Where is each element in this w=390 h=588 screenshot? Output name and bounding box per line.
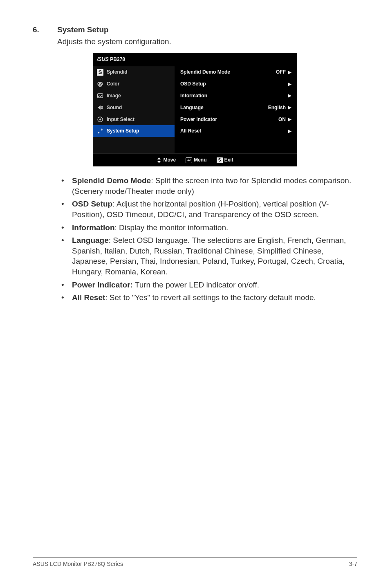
footer-right: 3-7 xyxy=(349,560,357,568)
list-item: Power Indicator: Turn the power LED indi… xyxy=(57,280,353,290)
bullet-term: All Reset xyxy=(72,293,105,302)
osd-row-label: Information xyxy=(180,92,207,99)
osd-hint-move: Move xyxy=(157,157,176,164)
updown-icon xyxy=(157,157,161,164)
body-bullet-list: Splendid Demo Mode: Split the screen int… xyxy=(57,175,353,303)
osd-menu: /SUS PB278 S Splendid Color xyxy=(93,53,297,166)
chevron-right-icon: ▶ xyxy=(288,117,291,122)
osd-row-splendid-demo[interactable]: Splendid Demo Mode OFF▶ xyxy=(175,66,297,78)
list-item: OSD Setup: Adjust the horizontal positio… xyxy=(57,199,353,220)
osd-hint-exit: S Exit xyxy=(217,157,233,164)
bullet-term: Splendid Demo Mode xyxy=(72,176,151,185)
osd-row-value: ON xyxy=(278,116,286,123)
sidebar-item-label: System Setup xyxy=(107,128,139,135)
osd-row-label: Power Indicator xyxy=(180,116,217,123)
osd-row-label: Language xyxy=(180,104,204,111)
sidebar-item-label: Image xyxy=(107,92,121,99)
chevron-right-icon: ▶ xyxy=(288,81,291,87)
bullet-term: Power Indicator: xyxy=(72,281,133,289)
chevron-right-icon: ▶ xyxy=(288,70,291,75)
bullet-text: Turn the power LED indicator on/off. xyxy=(133,281,259,289)
osd-row-label: Splendid Demo Mode xyxy=(180,69,230,76)
section-number: 6. xyxy=(33,25,57,36)
chevron-right-icon: ▶ xyxy=(288,105,291,110)
list-item: All Reset: Set to "Yes" to revert all se… xyxy=(57,292,353,303)
section-heading: 6. System Setup xyxy=(33,25,357,36)
osd-row-power-indicator[interactable]: Power Indicator ON▶ xyxy=(175,114,297,126)
bullet-text: : Display the monitor information. xyxy=(115,223,229,232)
color-icon xyxy=(97,81,103,88)
osd-row-value: OFF xyxy=(276,69,286,76)
osd-hint-label: Exit xyxy=(224,157,233,164)
osd-row-language[interactable]: Language English▶ xyxy=(175,102,297,114)
osd-row-value: English xyxy=(268,104,286,111)
sidebar-item-color[interactable]: Color xyxy=(93,78,175,90)
osd-hint-label: Menu xyxy=(194,157,206,164)
list-item: Splendid Demo Mode: Split the screen int… xyxy=(57,175,353,196)
sidebar-item-image[interactable]: Image xyxy=(93,90,175,102)
osd-hint-label: Move xyxy=(163,157,176,164)
splendid-icon: S xyxy=(97,69,103,76)
sound-icon xyxy=(97,104,103,111)
asus-logo: /SUS xyxy=(97,56,108,63)
osd-model: PB278 xyxy=(110,56,125,63)
osd-row-osd-setup[interactable]: OSD Setup ▶ xyxy=(175,78,297,90)
list-item: Information: Display the monitor informa… xyxy=(57,222,353,233)
bullet-text: : Select OSD language. The selections ar… xyxy=(72,236,346,276)
osd-content: Splendid Demo Mode OFF▶ OSD Setup ▶ Info… xyxy=(175,66,297,153)
osd-row-information[interactable]: Information ▶ xyxy=(175,90,297,102)
s-key-icon: S xyxy=(217,157,223,163)
osd-hint-menu: Menu xyxy=(186,157,206,164)
sidebar-item-splendid[interactable]: S Splendid xyxy=(93,66,175,78)
sidebar-item-label: Color xyxy=(107,81,119,88)
section-title: System Setup xyxy=(57,25,109,36)
bullet-text: : Set to "Yes" to revert all settings to… xyxy=(105,293,316,302)
osd-row-all-reset[interactable]: All Reset ▶ xyxy=(175,125,297,137)
section-subtitle: Adjusts the system configuration. xyxy=(57,36,357,47)
osd-header: /SUS PB278 xyxy=(93,53,297,66)
page-footer: ASUS LCD Monitor PB278Q Series 3-7 xyxy=(33,557,357,568)
bullet-term: Information xyxy=(72,223,115,232)
system-setup-icon xyxy=(97,128,103,135)
bullet-term: OSD Setup xyxy=(72,200,112,208)
list-item: Language: Select OSD language. The selec… xyxy=(57,235,353,277)
enter-icon xyxy=(186,157,192,163)
input-select-icon xyxy=(97,116,103,123)
image-icon xyxy=(97,92,103,99)
footer-left: ASUS LCD Monitor PB278Q Series xyxy=(33,560,123,568)
osd-footer: Move Menu S Exit xyxy=(93,153,297,166)
sidebar-item-input-select[interactable]: Input Select xyxy=(93,114,175,126)
sidebar-item-system-setup[interactable]: System Setup xyxy=(93,125,175,137)
osd-sidebar: S Splendid Color Image xyxy=(93,66,175,153)
osd-row-label: OSD Setup xyxy=(180,81,206,88)
sidebar-item-label: Sound xyxy=(107,104,122,111)
bullet-term: Language xyxy=(72,236,109,245)
sidebar-item-sound[interactable]: Sound xyxy=(93,102,175,114)
sidebar-item-label: Input Select xyxy=(107,116,134,123)
sidebar-item-label: Splendid xyxy=(107,69,128,76)
chevron-right-icon: ▶ xyxy=(288,93,291,99)
chevron-right-icon: ▶ xyxy=(288,128,291,134)
osd-row-label: All Reset xyxy=(180,128,201,135)
svg-point-4 xyxy=(99,95,99,96)
